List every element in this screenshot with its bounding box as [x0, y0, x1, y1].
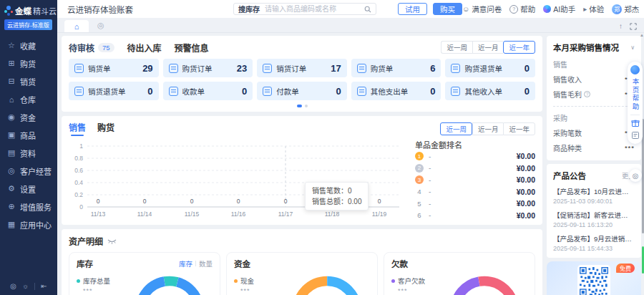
inventory-toggle: 库存 数量 — [179, 258, 213, 269]
home-tab[interactable]: ⌂ — [64, 20, 89, 32]
sidebar-item-value-added[interactable]: ⊕增值服务 — [0, 198, 57, 216]
stat-purchase-return[interactable]: 购货退货单0 — [445, 59, 535, 77]
divider — [630, 115, 640, 115]
stat-receipt[interactable]: 收款单0 — [163, 82, 253, 100]
legend-dot — [391, 279, 395, 283]
trend-range-week[interactable]: 近一周 — [440, 122, 472, 135]
ranking-row[interactable]: 5-¥0.00 — [415, 198, 535, 210]
legend-dot — [77, 279, 80, 283]
sidebar-item-label: 收藏 — [20, 40, 36, 52]
fullscreen-icon[interactable] — [630, 23, 637, 30]
stat-purchase-order[interactable]: 购货订单23 — [163, 59, 253, 77]
experience-menu-item[interactable]: ▸体验 — [583, 4, 604, 14]
svg-text:11/19: 11/19 — [372, 211, 387, 218]
svg-text:0: 0 — [143, 198, 147, 205]
ranking-name: - — [429, 200, 431, 208]
range-week[interactable]: 近一周 — [441, 41, 472, 54]
stat-other-income[interactable]: 其他收入单0 — [445, 82, 535, 100]
announcement-item[interactable]: 【促销活动】新客云进销存产品特惠… 2025-09-11 16:13:20 — [553, 210, 635, 228]
service-icon[interactable]: ◎ — [10, 282, 16, 290]
sidebar-item-data[interactable]: ▤资料 — [0, 144, 57, 162]
eye-off-icon[interactable] — [107, 238, 117, 245]
tab-pending-approval[interactable]: 待审核 75 — [69, 42, 114, 54]
ranking-value: ¥0.00 — [517, 199, 535, 208]
scrollbar-up-arrow[interactable]: ▲ — [640, 33, 644, 37]
sidebar-item-sales[interactable]: ⊟销货 — [0, 72, 57, 90]
ranking-row[interactable]: 6-¥0.00 — [415, 210, 535, 222]
funds-donut-chart[interactable]: *** — [284, 274, 370, 295]
page-help-button[interactable]: 本页帮助 — [630, 78, 640, 111]
collapse-chevron-icon[interactable]: ∨ — [630, 44, 635, 51]
ai-assistant-menu-item[interactable]: AI助手 — [543, 4, 575, 14]
search-icon[interactable] — [364, 6, 371, 13]
ranking-row[interactable]: 1-¥0.00 — [415, 150, 535, 163]
legend-item[interactable]: 库存总量 *** — [77, 276, 127, 294]
collapse-sidebar-icon[interactable]: ⇤ — [41, 282, 47, 290]
try-button[interactable]: 试用 — [398, 3, 427, 15]
survey-menu-item[interactable]: ☺满意问卷 — [462, 4, 502, 14]
assets-title: 资产明细 — [69, 235, 103, 247]
help-menu-item[interactable]: ?帮助 — [509, 4, 535, 14]
legend-label: 库存总量 — [83, 276, 110, 286]
legend-item[interactable]: 客户欠款 *** — [391, 276, 441, 294]
tab-sales-trend[interactable]: 销售 — [69, 121, 86, 136]
debts-donut-chart[interactable]: *** — [441, 274, 527, 295]
announcement-item[interactable]: 【产品发布】10月云进销存功能优化介… 2025-11-03 09:40:01 — [553, 186, 635, 205]
toggle-quantity[interactable]: 数量 — [199, 258, 213, 269]
tab-alerts[interactable]: 预警信息 — [175, 42, 209, 54]
ranking-row[interactable]: 4-¥0.00 — [415, 186, 535, 198]
sidebar-item-funds[interactable]: ◉资金 — [0, 108, 57, 126]
sidebar-item-customer-ops[interactable]: ◎客户经营 — [0, 162, 57, 180]
cart-icon: ⊞ — [7, 59, 16, 68]
lightbulb-icon[interactable] — [630, 65, 640, 74]
sidebar-item-goods[interactable]: ▣商品 — [0, 126, 57, 144]
stat-sales-invoice[interactable]: 销货单29 — [69, 59, 159, 77]
app-download-card[interactable]: 免费 扫码下载精斗云APP — [547, 261, 641, 295]
search-scope-label[interactable]: 搜库存 — [238, 4, 260, 14]
collapse-up-icon[interactable]: ↑ — [619, 22, 623, 30]
gift-icon[interactable] — [631, 119, 640, 127]
help-icon[interactable]: ? — [584, 91, 590, 97]
app-logo[interactable]: 金蝶 精斗云 — [0, 0, 57, 16]
sidebar-item-purchase[interactable]: ⊞购货 — [0, 54, 57, 72]
theme-icon[interactable]: ☼ — [22, 282, 29, 290]
stat-purchase-invoice[interactable]: 购货单6 — [351, 59, 441, 77]
ranking-row[interactable]: 2-¥0.00 — [415, 163, 535, 175]
sidebar-item-app-center[interactable]: ▦应用中心 — [0, 216, 57, 233]
sidebar-item-warehouse[interactable]: ⌂仓库 — [0, 90, 57, 108]
refresh-tab-icon[interactable]: ◎ — [97, 21, 104, 30]
announcement-item[interactable]: 【产品发布】9月云进销存功能优化介绍 2025-09-11 15:44:33 — [553, 233, 635, 252]
trend-range-year[interactable]: 近一年 — [503, 122, 535, 135]
stat-sales-order[interactable]: 销货订单17 — [257, 59, 347, 77]
product-ranking-panel: 单品金额排名 1-¥0.00 2-¥0.00 3-¥0.00 4-¥0.00 5… — [404, 137, 535, 222]
inventory-donut-chart[interactable]: *** — [127, 274, 213, 295]
sidebar-item-settings[interactable]: ⚙设置 — [0, 180, 57, 198]
carousel-dot-active[interactable] — [297, 105, 302, 107]
sidebar-item-label: 仓库 — [20, 94, 36, 105]
tab-pending-inout[interactable]: 待出入库 — [127, 42, 162, 54]
user-menu-item[interactable]: 郑郑杰 — [612, 4, 639, 14]
inventory-search-box[interactable]: 搜库存 — [233, 3, 376, 15]
tab-purchase-trend[interactable]: 购货 — [97, 121, 114, 136]
stat-other-expense[interactable]: 其他支出单0 — [351, 82, 441, 100]
stat-sales-return[interactable]: 销货退货单0 — [69, 82, 159, 100]
feedback-form-icon[interactable] — [631, 131, 640, 140]
line-chart[interactable]: 1 0.8 0.6 0.4 0.2 0 0 0 0 0 0 0 0 11/13 … — [69, 137, 404, 222]
range-month[interactable]: 近一月 — [472, 41, 504, 54]
legend-item[interactable]: 现金 *** — [234, 276, 284, 294]
sidebar-item-favorites[interactable]: ☆收藏 — [0, 37, 57, 54]
home-icon: ⌂ — [74, 22, 79, 31]
sidebar-item-label: 应用中心 — [20, 219, 52, 231]
rank-number: 5 — [415, 200, 424, 208]
summary-title: 本月采购销售情况 — [553, 42, 619, 53]
trend-range-month[interactable]: 近一月 — [472, 122, 504, 135]
toggle-stock[interactable]: 库存 — [179, 258, 192, 269]
stat-payment[interactable]: 付款单0 — [257, 82, 347, 100]
ranking-row[interactable]: 3-¥0.00 — [415, 174, 535, 186]
customer-service-icon[interactable]: ◎ — [629, 169, 642, 182]
pending-stats-grid: 销货单29 购货订单23 销货订单17 购货单6 购货退货单0 销货退货单0 收… — [69, 59, 535, 100]
range-year[interactable]: 近一年 — [503, 41, 535, 54]
carousel-dot[interactable] — [305, 105, 308, 107]
search-input[interactable] — [263, 4, 361, 14]
buy-button[interactable]: 购买 — [433, 3, 462, 15]
